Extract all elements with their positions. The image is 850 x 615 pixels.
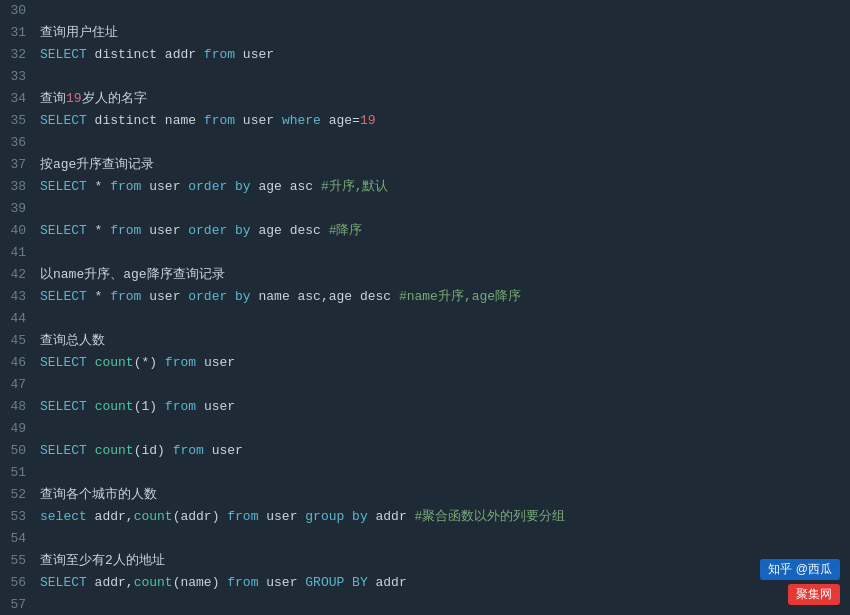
code-token: name asc,age desc [251, 289, 399, 304]
code-token: SELECT [40, 113, 87, 128]
code-token: where [282, 113, 321, 128]
table-row: 38SELECT * from user order by age asc #升… [0, 176, 850, 198]
table-row: 49 [0, 418, 850, 440]
code-token: 查询总人数 [40, 333, 105, 348]
table-row: 39 [0, 198, 850, 220]
line-content: SELECT * from user order by age desc #降序 [40, 220, 850, 242]
table-row: 52查询各个城市的人数 [0, 484, 850, 506]
line-number: 43 [0, 286, 40, 308]
line-content: SELECT count(1) from user [40, 396, 850, 418]
line-number: 51 [0, 462, 40, 484]
line-number: 47 [0, 374, 40, 396]
line-number: 55 [0, 550, 40, 572]
table-row: 50SELECT count(id) from user [0, 440, 850, 462]
code-token: addr, [87, 575, 134, 590]
code-token: (1) [134, 399, 165, 414]
code-token: from [227, 575, 258, 590]
code-token: from [204, 47, 235, 62]
table-row: 32SELECT distinct addr from user [0, 44, 850, 66]
table-row: 45查询总人数 [0, 330, 850, 352]
table-row: 53select addr,count(addr) from user grou… [0, 506, 850, 528]
table-row: 34查询19岁人的名字 [0, 88, 850, 110]
code-token: SELECT [40, 399, 87, 414]
code-token: 19 [66, 91, 82, 106]
code-token: SELECT [40, 443, 87, 458]
line-content [40, 462, 850, 484]
line-content [40, 418, 850, 440]
code-token: from [204, 113, 235, 128]
code-token: * [87, 223, 110, 238]
code-token: SELECT [40, 223, 87, 238]
line-number: 57 [0, 594, 40, 615]
code-token: GROUP BY [305, 575, 367, 590]
code-editor: 30 31查询用户住址32SELECT distinct addr from u… [0, 0, 850, 615]
code-token: user [196, 355, 235, 370]
line-number: 42 [0, 264, 40, 286]
code-token: (addr) [173, 509, 228, 524]
line-content: 查询至少有2人的地址 [40, 550, 850, 572]
code-token: 按age升序查询记录 [40, 157, 154, 172]
line-content: SELECT distinct addr from user [40, 44, 850, 66]
line-content: SELECT count(*) from user [40, 352, 850, 374]
table-row: 56SELECT addr,count(name) from user GROU… [0, 572, 850, 594]
table-row: 54 [0, 528, 850, 550]
code-token: order by [188, 223, 250, 238]
line-number: 53 [0, 506, 40, 528]
code-token: SELECT [40, 47, 87, 62]
code-token: 查询各个城市的人数 [40, 487, 157, 502]
line-content: 查询用户住址 [40, 22, 850, 44]
code-token: user [141, 223, 188, 238]
line-content [40, 528, 850, 550]
code-token: from [165, 355, 196, 370]
code-token: count [95, 399, 134, 414]
code-token: from [227, 509, 258, 524]
table-row: 42以name升序、age降序查询记录 [0, 264, 850, 286]
line-number: 39 [0, 198, 40, 220]
table-row: 33 [0, 66, 850, 88]
table-row: 40SELECT * from user order by age desc #… [0, 220, 850, 242]
line-content: 查询各个城市的人数 [40, 484, 850, 506]
code-token: addr, [87, 509, 134, 524]
code-token: user [141, 289, 188, 304]
line-content: 按age升序查询记录 [40, 154, 850, 176]
line-content [40, 66, 850, 88]
code-token: from [110, 179, 141, 194]
code-token: count [95, 355, 134, 370]
code-token: SELECT [40, 575, 87, 590]
table-row: 48SELECT count(1) from user [0, 396, 850, 418]
code-token: #降序 [329, 223, 363, 238]
line-number: 44 [0, 308, 40, 330]
line-content [40, 594, 850, 615]
code-token: #聚合函数以外的列要分组 [415, 509, 566, 524]
line-content [40, 132, 850, 154]
code-token: from [110, 223, 141, 238]
table-row: 46SELECT count(*) from user [0, 352, 850, 374]
code-token: SELECT [40, 289, 87, 304]
code-token: 查询 [40, 91, 66, 106]
table-row: 57 [0, 594, 850, 615]
code-token: distinct addr [87, 47, 204, 62]
code-token: * [87, 289, 110, 304]
table-row: 47 [0, 374, 850, 396]
table-row: 44 [0, 308, 850, 330]
watermark: 知乎 @西瓜 聚集网 [760, 559, 840, 605]
code-token [87, 355, 95, 370]
line-number: 33 [0, 66, 40, 88]
line-content [40, 242, 850, 264]
code-token: user [235, 47, 274, 62]
line-content: SELECT distinct name from user where age… [40, 110, 850, 132]
code-token: age asc [251, 179, 321, 194]
juju-watermark: 聚集网 [788, 584, 840, 605]
code-token: SELECT [40, 355, 87, 370]
code-token: (id) [134, 443, 173, 458]
zhihu-watermark: 知乎 @西瓜 [760, 559, 840, 580]
code-token: #升序,默认 [321, 179, 389, 194]
code-token: addr [368, 575, 407, 590]
code-token: 岁人的名字 [82, 91, 147, 106]
code-token: count [134, 509, 173, 524]
code-token: user [258, 575, 305, 590]
line-number: 34 [0, 88, 40, 110]
code-token: count [134, 575, 173, 590]
line-content: 查询19岁人的名字 [40, 88, 850, 110]
code-token: from [173, 443, 204, 458]
